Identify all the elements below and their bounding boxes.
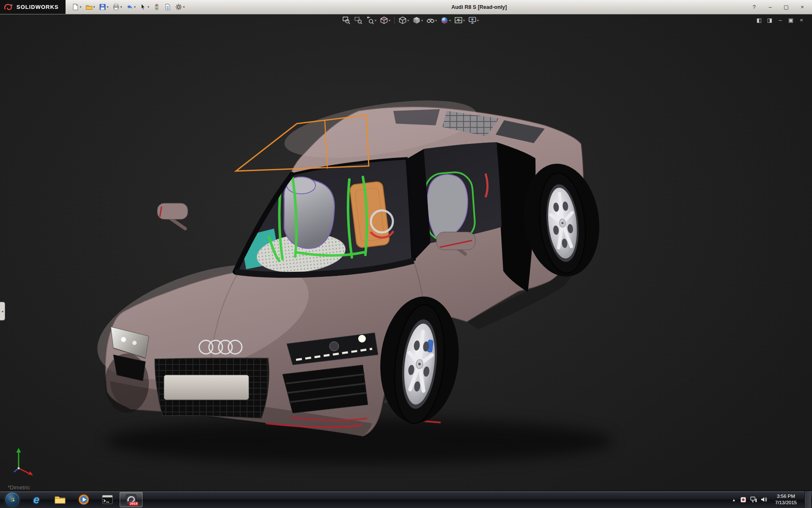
toolbar-separator (394, 17, 395, 24)
window-controls: ? – ▢ × (747, 0, 809, 14)
undo-icon (126, 3, 133, 11)
edit-appearance-button[interactable]: ▾ (439, 15, 452, 25)
featuremanager-collapse-tab[interactable]: ◂ (0, 302, 5, 320)
dropdown-caret: ▾ (183, 6, 185, 9)
dropdown-caret: ▾ (121, 6, 122, 9)
document-close-button[interactable]: × (798, 16, 805, 24)
window-title: Audi R8 S [Read-only] (451, 4, 507, 10)
print-button[interactable]: ▾ (111, 2, 123, 13)
tray-app-icon[interactable] (740, 497, 746, 503)
help-button[interactable]: ? (747, 3, 761, 11)
previous-view-button[interactable]: ▾ (365, 15, 378, 25)
zoom-to-area-button[interactable] (353, 15, 364, 25)
clock-time: 3:56 PM (775, 493, 797, 500)
media-player-icon (78, 494, 89, 505)
document-minimize-button[interactable]: – (776, 16, 784, 24)
minimize-window-button[interactable]: – (763, 3, 777, 11)
dropdown-caret: ▾ (435, 19, 437, 22)
apply-scene-icon (454, 16, 463, 25)
open-folder-icon (85, 3, 93, 11)
select-cursor-icon (140, 3, 147, 11)
file-properties-button[interactable] (163, 2, 173, 13)
dropdown-caret: ▾ (375, 19, 376, 22)
section-view-icon (380, 16, 388, 25)
save-button[interactable]: ▾ (98, 2, 110, 13)
internet-explorer-icon: e (33, 494, 39, 505)
tile-right-button[interactable]: ◨ (766, 16, 774, 24)
start-button[interactable] (0, 491, 25, 508)
file-properties-icon (164, 3, 171, 11)
standard-toolbar: ▾ ▾ ▾ ▾ ▾ (66, 2, 186, 13)
view-orientation-icon (398, 16, 407, 25)
dassault-logo-icon (3, 3, 14, 11)
taskbar-item-file-explorer[interactable] (48, 491, 72, 508)
tile-left-button[interactable]: ◧ (755, 16, 763, 24)
orientation-triad (9, 446, 39, 478)
dropdown-caret: ▾ (134, 6, 136, 9)
license-plate (164, 375, 249, 400)
print-icon (112, 3, 120, 11)
dropdown-caret: ▾ (389, 19, 390, 22)
select-button[interactable]: ▾ (138, 2, 151, 13)
dropdown-caret: ▾ (93, 6, 95, 9)
windshield[interactable] (233, 157, 419, 279)
zoom-to-area-icon (354, 16, 362, 25)
edit-appearance-icon (440, 16, 449, 25)
view-orientation-label: *Dimetric (8, 484, 30, 491)
show-desktop-button[interactable] (804, 491, 811, 508)
view-settings-button[interactable]: ▾ (467, 15, 480, 25)
volume-icon[interactable] (761, 497, 768, 502)
taskbar-item-command-prompt[interactable] (96, 491, 119, 508)
title-bar: SOLIDWORKS ▾ ▾ ▾ (0, 0, 812, 14)
dropdown-caret: ▾ (421, 19, 423, 22)
solidworks-version-badge: 2015 (129, 502, 138, 506)
folder-icon (54, 494, 66, 505)
apply-scene-button[interactable]: ▾ (453, 15, 466, 25)
document-window-controls: ◧ ◨ – ▣ × (755, 16, 805, 24)
document-restore-button[interactable]: ▣ (787, 16, 795, 24)
hide-show-items-icon (426, 16, 435, 25)
dropdown-caret: ▾ (463, 19, 465, 22)
options-button[interactable]: ▾ (174, 2, 186, 13)
taskbar: e 2015 ▴ (0, 491, 812, 508)
hide-show-items-button[interactable]: ▾ (425, 15, 438, 25)
system-tray: ▴ 3:56 PM 7/13/2015 (732, 491, 812, 508)
open-document-button[interactable]: ▾ (84, 2, 96, 13)
show-hidden-icons-button[interactable]: ▴ (732, 496, 736, 504)
display-style-icon (412, 16, 421, 25)
rebuild-icon (153, 3, 160, 11)
headsup-view-toolbar: ▾ ▾ ▾ ▾ ▾ (341, 15, 480, 25)
clock[interactable]: 3:56 PM 7/13/2015 (771, 493, 801, 506)
close-window-button[interactable]: × (795, 3, 809, 11)
dropdown-caret: ▾ (407, 19, 409, 22)
view-settings-icon (468, 16, 477, 25)
zoom-to-fit-icon (342, 16, 351, 25)
audi-r8-model[interactable] (0, 14, 812, 491)
display-style-button[interactable]: ▾ (411, 15, 424, 25)
rebuild-button[interactable] (152, 2, 162, 13)
network-icon[interactable] (750, 497, 757, 502)
solidworks-logo-text: SOLIDWORKS (16, 4, 59, 10)
dropdown-caret: ▾ (107, 6, 109, 9)
dropdown-caret: ▾ (80, 6, 82, 9)
dropdown-caret: ▾ (148, 6, 149, 9)
new-document-icon (72, 3, 79, 11)
taskbar-item-media-player[interactable] (72, 491, 96, 508)
undo-button[interactable]: ▾ (125, 2, 137, 13)
maximize-window-button[interactable]: ▢ (779, 3, 793, 11)
graphics-area[interactable]: ▾ ▾ ▾ ▾ ▾ (0, 14, 812, 491)
clock-date: 7/13/2015 (775, 500, 797, 506)
dropdown-caret: ▾ (449, 19, 451, 22)
left-mirror[interactable] (157, 203, 188, 229)
section-view-button[interactable]: ▾ (379, 15, 392, 25)
new-document-button[interactable]: ▾ (71, 2, 83, 13)
taskbar-item-solidworks-2015[interactable]: 2015 (120, 492, 143, 507)
view-orientation-button[interactable]: ▾ (397, 15, 410, 25)
taskbar-item-internet-explorer[interactable]: e (25, 491, 48, 508)
zoom-to-fit-button[interactable] (341, 15, 352, 25)
solidworks-logo: SOLIDWORKS (0, 0, 66, 14)
command-prompt-icon (102, 494, 113, 505)
options-gear-icon (175, 3, 182, 11)
windows-start-orb-icon (5, 493, 19, 506)
dropdown-caret: ▾ (477, 19, 479, 22)
